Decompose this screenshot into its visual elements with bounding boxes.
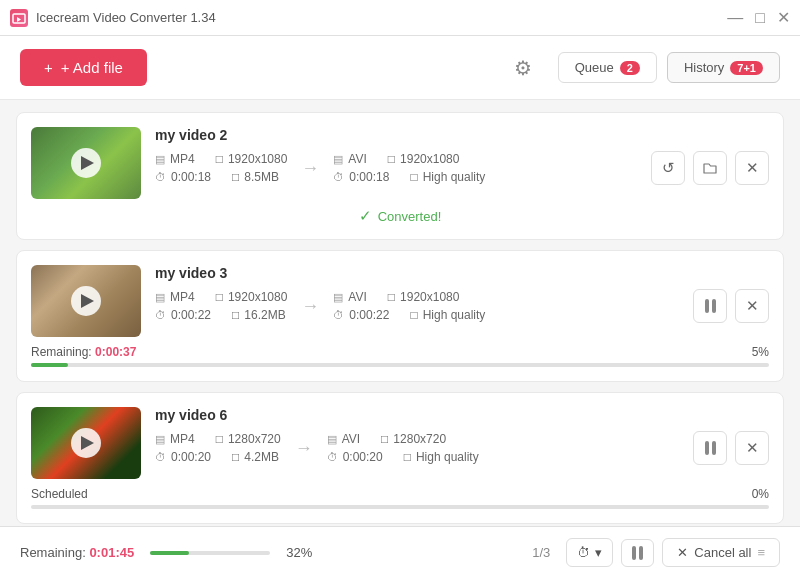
dest-duration-3: ⏱ 0:00:20 □ High quality: [327, 450, 479, 464]
video-card-2: my video 3 ▤ MP4 □ 1920x1080 ⏱ 0:00:22 □: [16, 250, 784, 382]
pause-all-icon: [632, 546, 643, 560]
check-icon-1: ✓: [359, 207, 372, 225]
dest-format-2: ▤ AVI □ 1920x1080: [333, 290, 485, 304]
window-controls[interactable]: — □ ✕: [727, 10, 790, 26]
card-info-2: my video 3 ▤ MP4 □ 1920x1080 ⏱ 0:00:22 □: [155, 265, 769, 323]
tab-queue[interactable]: Queue 2: [558, 52, 657, 83]
clock-icon-2: ⏱: [333, 171, 344, 183]
source-duration-2: ⏱ 0:00:22 □ 16.2MB: [155, 308, 287, 322]
bottom-actions: ⏱ ▾ ✕ Cancel all ≡: [566, 538, 780, 567]
bottom-progress-wrap: [150, 551, 270, 555]
video-card-3: my video 6 ▤ MP4 □ 1280x720 ⏱ 0:00:20 □: [16, 392, 784, 524]
bottom-percent: 32%: [286, 545, 312, 560]
tab-history[interactable]: History 7+1: [667, 52, 780, 83]
cancel-all-button[interactable]: ✕ Cancel all ≡: [662, 538, 780, 567]
queue-label: Queue: [575, 60, 614, 75]
minimize-button[interactable]: —: [727, 10, 743, 26]
toolbar-right: ⚙ Queue 2 History 7+1: [514, 52, 780, 83]
queue-count: 2: [620, 61, 640, 75]
arrow-icon-3: →: [291, 438, 317, 459]
dest-meta-3: ▤ AVI □ 1280x720 ⏱ 0:00:20 □ High qualit…: [327, 432, 479, 464]
source-meta-3: ▤ MP4 □ 1280x720 ⏱ 0:00:20 □ 4.2MB: [155, 432, 281, 464]
main-content: my video 2 ▤ MP4 □ 1920x1080 ⏱ 0:00:18 □: [0, 100, 800, 526]
bottom-remaining-label: Remaining: 0:01:45: [20, 545, 134, 560]
close-button[interactable]: ✕: [777, 10, 790, 26]
source-meta-2: ▤ MP4 □ 1920x1080 ⏱ 0:00:22 □ 16.2MB: [155, 290, 287, 322]
film-icon-2: ▤: [333, 153, 343, 166]
size-sep: □: [232, 170, 239, 184]
bottom-file-count: 1/3: [532, 545, 550, 560]
thumbnail-1: [31, 127, 141, 199]
open-folder-button-1[interactable]: [693, 151, 727, 185]
conversion-row-1: ▤ MP4 □ 1920x1080 ⏱ 0:00:18 □ 8.5MB →: [155, 151, 769, 185]
card-actions-2: ✕: [693, 289, 769, 323]
progress-bar-fill-2: [31, 363, 68, 367]
maximize-button[interactable]: □: [755, 10, 765, 26]
scheduled-label-3: Scheduled: [31, 487, 88, 501]
thumbnail-3: [31, 407, 141, 479]
card-actions-1: ↺ ✕: [651, 151, 769, 185]
thumbnail-2: [31, 265, 141, 337]
toolbar: + + Add file ⚙ Queue 2 History 7+1: [0, 36, 800, 100]
add-file-button[interactable]: + + Add file: [20, 49, 147, 86]
app-title: Icecream Video Converter 1.34: [36, 10, 727, 25]
converted-badge-1: ✓ Converted!: [31, 207, 769, 225]
clock-icon-bottom: ⏱: [577, 545, 590, 560]
schedule-button[interactable]: ⏱ ▾: [566, 538, 613, 567]
progress-bar-wrap-3: [31, 505, 769, 509]
pause-icon-3: [705, 441, 716, 455]
arrow-icon-1: →: [297, 158, 323, 179]
card-top-2: my video 3 ▤ MP4 □ 1920x1080 ⏱ 0:00:22 □: [31, 265, 769, 337]
dest-meta-2: ▤ AVI □ 1920x1080 ⏱ 0:00:22 □ High quali…: [333, 290, 485, 322]
history-label: History: [684, 60, 724, 75]
conversion-row-2: ▤ MP4 □ 1920x1080 ⏱ 0:00:22 □ 16.2MB →: [155, 289, 769, 323]
video-title-2: my video 3: [155, 265, 769, 281]
card-actions-3: ✕: [693, 431, 769, 465]
dest-duration-2: ⏱ 0:00:22 □ High quality: [333, 308, 485, 322]
quality-sep: □: [410, 170, 417, 184]
video-card-1: my video 2 ▤ MP4 □ 1920x1080 ⏱ 0:00:18 □: [16, 112, 784, 240]
pause-button-3[interactable]: [693, 431, 727, 465]
card-info-1: my video 2 ▤ MP4 □ 1920x1080 ⏱ 0:00:18 □: [155, 127, 769, 185]
video-title-3: my video 6: [155, 407, 769, 423]
plus-icon: +: [44, 59, 53, 76]
source-format-1: ▤ MP4 □ 1920x1080: [155, 152, 287, 166]
source-meta-1: ▤ MP4 □ 1920x1080 ⏱ 0:00:18 □ 8.5MB: [155, 152, 287, 184]
res-sep: □: [216, 152, 223, 166]
res-sep2: □: [388, 152, 395, 166]
settings-icon[interactable]: ⚙: [514, 56, 532, 80]
remaining-label-2: Remaining: 0:00:37: [31, 345, 136, 359]
play-button-2[interactable]: [71, 286, 101, 316]
remove-button-2[interactable]: ✕: [735, 289, 769, 323]
dest-format-1: ▤ AVI □ 1920x1080: [333, 152, 485, 166]
arrow-icon-2: →: [297, 296, 323, 317]
history-count: 7+1: [730, 61, 763, 75]
dest-format-3: ▤ AVI □ 1280x720: [327, 432, 479, 446]
app-icon: [10, 9, 28, 27]
x-icon-bottom: ✕: [677, 545, 688, 560]
pause-icon-2: [705, 299, 716, 313]
title-bar: Icecream Video Converter 1.34 — □ ✕: [0, 0, 800, 36]
progress-bar-wrap-2: [31, 363, 769, 367]
play-button-3[interactable]: [71, 428, 101, 458]
film-icon-1: ▤: [155, 153, 165, 166]
card-top-1: my video 2 ▤ MP4 □ 1920x1080 ⏱ 0:00:18 □: [31, 127, 769, 199]
source-format-2: ▤ MP4 □ 1920x1080: [155, 290, 287, 304]
progress-row-2: Remaining: 0:00:37 5%: [31, 345, 769, 359]
play-button-1[interactable]: [71, 148, 101, 178]
conversion-row-3: ▤ MP4 □ 1280x720 ⏱ 0:00:20 □ 4.2MB →: [155, 431, 769, 465]
bottom-progress-fill: [150, 551, 188, 555]
card-top-3: my video 6 ▤ MP4 □ 1280x720 ⏱ 0:00:20 □: [31, 407, 769, 479]
retry-button-1[interactable]: ↺: [651, 151, 685, 185]
source-duration-3: ⏱ 0:00:20 □ 4.2MB: [155, 450, 281, 464]
video-title-1: my video 2: [155, 127, 769, 143]
docs-icon-bottom: ≡: [757, 545, 765, 560]
chevron-down-icon: ▾: [595, 545, 602, 560]
pause-button-2[interactable]: [693, 289, 727, 323]
remove-button-3[interactable]: ✕: [735, 431, 769, 465]
pause-all-button[interactable]: [621, 539, 654, 567]
percent-3: 0%: [752, 487, 769, 501]
remove-button-1[interactable]: ✕: [735, 151, 769, 185]
dest-duration-1: ⏱ 0:00:18 □ High quality: [333, 170, 485, 184]
source-duration-1: ⏱ 0:00:18 □ 8.5MB: [155, 170, 287, 184]
